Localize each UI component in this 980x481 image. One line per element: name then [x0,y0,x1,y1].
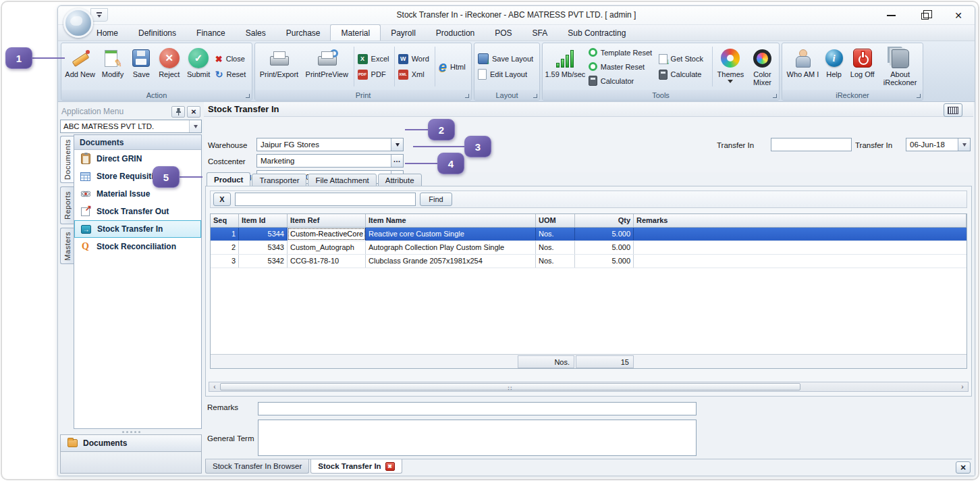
tab-stock-transfer-in-browser[interactable]: Stock Transfer In Browser [205,459,309,474]
costcenter-ellipsis-button[interactable]: … [391,155,403,167]
item-label: Stock Transfer In [97,224,163,234]
warehouse-combo[interactable]: Jaipur FG Stores [256,138,404,151]
template-reset-button[interactable]: Template Reset [587,46,657,59]
table-row-2[interactable]: 2 5343 Custom_Autograph Autograph Collec… [211,241,967,255]
company-selector[interactable]: ABC MATRESS PVT LTD. [60,120,202,133]
who-am-i-button[interactable]: Who AM I [784,44,822,89]
sidebar-item-stock-transfer-out[interactable]: Stock Transfer Out [74,203,201,220]
app-globe-icon[interactable] [63,8,93,38]
sidebar-item-material-issue[interactable]: Material Issue [74,185,201,203]
restore-button[interactable] [915,9,934,22]
edit-layout-button[interactable]: Edit Layout [476,68,538,82]
tab-home[interactable]: Home [86,26,128,41]
tab-file-attachment[interactable]: File Attachment [308,174,376,186]
save-layout-button[interactable]: Save Layout [476,52,538,66]
bandwidth-indicator[interactable]: 1.59 Mb/sec [544,44,587,89]
col-seq[interactable]: Seq [211,214,239,227]
master-reset-button[interactable]: Master Reset [587,60,657,73]
help-button[interactable]: i Help [822,44,846,89]
table-row-1-selected[interactable]: 1 5344 Custom-ReactiveCore Reactive core… [211,228,967,241]
tab-material[interactable]: Material [330,24,381,41]
get-stock-button[interactable]: Get Stock [657,52,711,66]
transfer-in-no-input[interactable] [771,138,852,151]
color-mixer-button[interactable]: Color Mixer [747,44,778,89]
tab-pos[interactable]: POS [485,26,522,41]
col-remarks[interactable]: Remarks [634,214,967,227]
vtab-documents[interactable]: Documents [60,136,74,183]
costcenter-field[interactable]: Marketing … [256,154,404,168]
export-pdf-button[interactable]: PDF PDF [356,68,393,82]
tab-purchase[interactable]: Purchase [276,26,331,41]
col-uom[interactable]: UOM [536,214,575,227]
remarks-input[interactable] [258,402,697,415]
group-expand-icon[interactable] [533,94,537,98]
add-new-button[interactable]: Add New [63,44,97,89]
sidebar-item-direct-grin[interactable]: Direct GRIN [74,150,201,168]
close-button[interactable]: ✕ [949,9,968,22]
close-tabstrip-button[interactable]: ✕ [956,461,971,474]
calculate-button[interactable]: Calculate [657,68,711,82]
tab-sfa[interactable]: SFA [522,26,558,41]
export-excel-button[interactable]: X Excel [356,52,393,66]
tab-production[interactable]: Production [426,26,485,41]
clear-search-button[interactable]: X [213,193,231,206]
reset-button[interactable]: ↻ Reset [213,68,250,82]
cell-item-ref-focused[interactable]: Custom-ReactiveCore [288,228,366,240]
col-item-ref[interactable]: Item Ref [288,214,366,227]
tab-product[interactable]: Product [207,172,250,186]
warehouse-dropdown-button[interactable] [391,138,403,151]
log-off-button[interactable]: Log Off [846,44,879,89]
sidebar-item-stock-transfer-in[interactable]: → Stock Transfer In [74,220,201,238]
calculator-button[interactable]: Calculator [587,74,657,87]
submit-button[interactable]: ✓ Submit [184,44,213,89]
barcode-button[interactable] [944,103,962,117]
company-dropdown-button[interactable] [189,120,201,132]
export-html-button[interactable]: e Html [437,59,470,74]
close-tab-icon[interactable]: ✖ [385,462,395,471]
tab-attribute[interactable]: Attribute [378,174,422,186]
pin-button[interactable] [171,106,185,118]
col-item-name[interactable]: Item Name [366,214,536,227]
group-expand-icon[interactable] [773,94,777,98]
col-item-id[interactable]: Item Id [239,214,288,227]
tab-payroll[interactable]: Payroll [381,26,426,41]
tab-sub-contracting[interactable]: Sub Contracting [557,26,636,41]
scroll-left-arrow[interactable]: ‹ [209,382,220,391]
vtab-masters[interactable]: Masters [60,228,74,264]
tab-transporter[interactable]: Transporter [252,174,306,186]
vtab-reports[interactable]: Reports [60,186,74,224]
find-button[interactable]: Find [420,193,452,206]
group-expand-icon[interactable] [917,94,921,98]
minimize-button[interactable] [881,9,900,22]
group-expand-icon[interactable] [465,94,469,98]
print-export-button[interactable]: Print/Export [256,44,302,89]
calculator-icon [659,70,668,80]
close-panel-button[interactable]: ✕ [187,106,200,118]
date-dropdown-button[interactable] [958,138,970,151]
horizontal-scrollbar[interactable]: ‹ ∷ › [209,382,969,392]
tab-finance[interactable]: Finance [186,26,236,41]
tab-sales[interactable]: Sales [236,26,276,41]
export-word-button[interactable]: W Word [396,52,433,66]
sidebar-item-stock-reconciliation[interactable]: Q Stock Reconciliation [74,238,201,255]
general-term-textarea[interactable] [258,420,697,456]
modify-button[interactable]: ✎ Modify [97,44,128,89]
tab-definitions[interactable]: Definitions [128,26,186,41]
print-preview-button[interactable]: PrintPreView [302,44,352,89]
scroll-right-arrow[interactable]: › [957,382,968,391]
tab-stock-transfer-in-active[interactable]: Stock Transfer In ✖ [310,459,402,474]
documents-bottom-button[interactable]: Documents [60,434,202,452]
themes-button[interactable]: Themes [714,44,747,89]
group-expand-icon[interactable] [246,94,250,98]
scrollbar-thumb[interactable]: ∷ [220,383,800,390]
reject-button[interactable]: ✕ Reject [155,44,184,89]
export-xml-button[interactable]: XML Xml [396,68,433,82]
table-row-3[interactable]: 3 5342 CCG-81-78-10 Clubclass Grande 205… [211,255,967,268]
search-input[interactable] [235,193,416,206]
sidebar-splitter[interactable] [60,429,202,434]
save-button[interactable]: Save [128,44,155,89]
col-qty[interactable]: Qty [575,214,634,227]
transfer-in-date-combo[interactable]: 06-Jun-18 [906,138,971,151]
about-ireckoner-button[interactable]: About iReckoner [879,44,921,89]
close-document-button[interactable]: ✖ Close [213,52,250,66]
